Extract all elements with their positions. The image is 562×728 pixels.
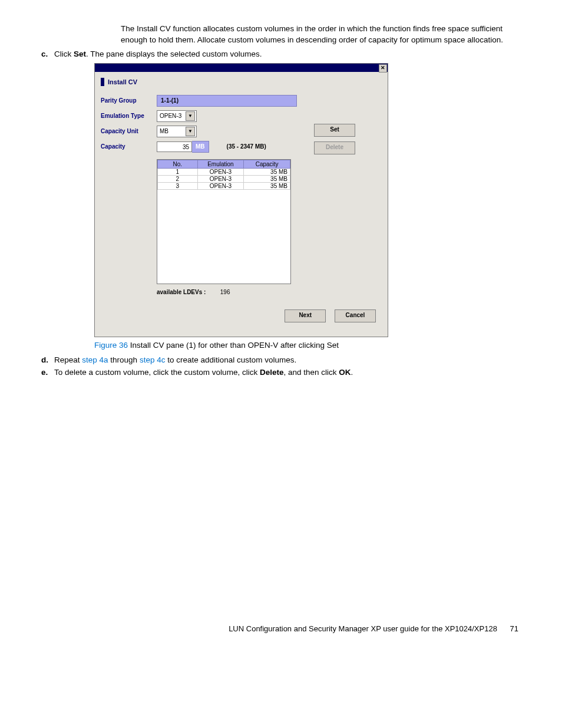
capacity-unit-badge: MB: [192, 141, 209, 153]
table-row[interactable]: 2 OPEN-3 35 MB: [158, 175, 290, 182]
cell-no: 2: [158, 175, 198, 182]
label-emulation: Emulation Type: [101, 108, 157, 124]
chevron-down-icon: ▼: [186, 111, 195, 121]
step-e-delete: Delete: [260, 368, 284, 377]
emulation-value: OPEN-3: [160, 113, 181, 119]
col-emu: Emulation: [197, 160, 244, 168]
cell-cap: 35 MB: [244, 182, 290, 189]
chevron-down-icon: ▼: [186, 127, 195, 136]
step-c-text-post: . The pane displays the selected custom …: [86, 50, 262, 58]
step-e-marker: e.: [41, 368, 48, 377]
unit-value: MB: [160, 128, 168, 134]
step-c: c. Click Set. The pane displays the sele…: [41, 50, 521, 58]
intro-paragraph: The Install CV function allocates custom…: [121, 24, 521, 46]
figure-label: Figure 36: [94, 341, 128, 350]
table-row[interactable]: 3 OPEN-3 35 MB: [158, 182, 290, 189]
step-e-mid: , and then click: [283, 368, 339, 377]
cell-cap: 35 MB: [244, 175, 290, 182]
step-e: e. To delete a custom volume, click the …: [41, 368, 521, 377]
figure-caption: Figure 36 Install CV pane (1) for other …: [94, 341, 521, 350]
available-ldevs-value: 196: [207, 289, 243, 295]
cell-emu: OPEN-3: [197, 175, 244, 182]
step-c-set: Set: [74, 50, 86, 58]
cv-table[interactable]: No. Emulation Capacity 1 OPEN-3 35 MB 2 …: [157, 160, 290, 190]
set-button[interactable]: Set: [314, 124, 355, 137]
unit-select[interactable]: MB ▼: [157, 126, 197, 137]
cell-cap: 35 MB: [244, 168, 290, 175]
capacity-input[interactable]: 35: [157, 141, 192, 152]
step-e-post: .: [351, 368, 353, 377]
step-e-pre: To delete a custom volume, click the cus…: [54, 368, 260, 377]
table-row[interactable]: 1 OPEN-3 35 MB: [158, 168, 290, 175]
label-capacity: Capacity: [101, 139, 157, 154]
step-c-marker: c.: [41, 50, 48, 58]
page-footer: LUN Configuration and Security Manager X…: [41, 624, 521, 633]
step-d-post: to create additional custom volumes.: [165, 355, 296, 364]
dialog-titlebar: ✕: [95, 64, 388, 72]
footer-text: LUN Configuration and Security Manager X…: [229, 624, 497, 633]
available-ldevs-label: available LDEVs :: [157, 289, 206, 295]
dialog-title: Install CV: [101, 78, 382, 86]
link-step4a[interactable]: step 4a: [82, 355, 108, 364]
step-d: d. Repeat step 4a through step 4c to cre…: [41, 355, 521, 364]
figure-text: Install CV pane (1) for other than OPEN-…: [128, 341, 339, 350]
cell-emu: OPEN-3: [197, 168, 244, 175]
step-d-marker: d.: [41, 355, 48, 364]
label-parity: Parity Group: [101, 93, 157, 108]
install-cv-dialog: ✕ Install CV Parity Group Emulation Type…: [94, 63, 388, 337]
parity-group-value: 1-1-(1): [157, 95, 297, 107]
cell-emu: OPEN-3: [197, 182, 244, 189]
col-cap: Capacity: [244, 160, 290, 168]
cell-no: 3: [158, 182, 198, 189]
close-icon[interactable]: ✕: [379, 64, 387, 73]
step-e-ok: OK: [339, 368, 351, 377]
col-no: No.: [158, 160, 198, 168]
delete-button[interactable]: Delete: [314, 141, 355, 154]
emulation-select[interactable]: OPEN-3 ▼: [157, 110, 197, 122]
step-c-text-pre: Click: [54, 50, 74, 58]
capacity-range: (35 - 2347 MB): [227, 143, 266, 150]
cancel-button[interactable]: Cancel: [335, 309, 376, 322]
step-d-pre: Repeat: [54, 355, 82, 364]
page-number: 71: [510, 624, 518, 633]
label-unit: Capacity Unit: [101, 124, 157, 139]
step-d-mid: through: [108, 355, 140, 364]
next-button[interactable]: Next: [285, 309, 326, 322]
link-step4c[interactable]: step 4c: [140, 355, 166, 364]
cv-table-wrap: No. Emulation Capacity 1 OPEN-3 35 MB 2 …: [157, 159, 291, 284]
cell-no: 1: [158, 168, 198, 175]
